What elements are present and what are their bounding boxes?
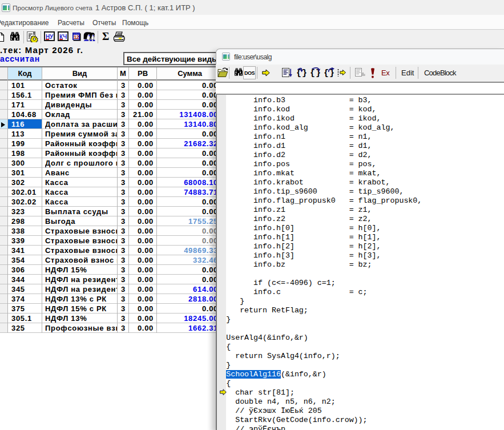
svg-text:{: {: [310, 69, 315, 78]
svg-text:{: {: [324, 69, 329, 78]
svg-text:}: }: [302, 69, 307, 78]
svg-text:{: {: [296, 69, 301, 78]
